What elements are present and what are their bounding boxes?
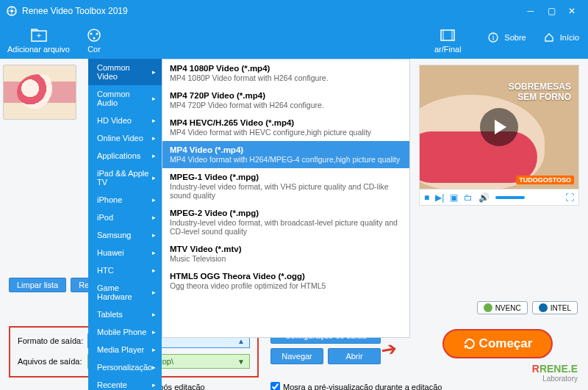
category-item[interactable]: Huawei▸ xyxy=(88,244,162,261)
palette-icon xyxy=(86,27,102,43)
format-item[interactable]: MP4 1080P Video (*.mp4)MP4 1080P Video f… xyxy=(162,59,409,87)
home-label: Início xyxy=(560,33,579,42)
category-item[interactable]: Samsung▸ xyxy=(88,226,162,244)
apr-final-label: ar/Final xyxy=(434,45,462,54)
minimize-button[interactable]: ─ xyxy=(520,4,541,18)
format-item[interactable]: HTML5 OGG Theora Video (*.ogg)Ogg theora… xyxy=(162,267,409,295)
svg-point-8 xyxy=(88,29,100,41)
volume-icon[interactable]: 🔊 xyxy=(478,192,490,203)
add-file-label: Adicionar arquivo xyxy=(7,45,70,54)
refresh-icon xyxy=(463,337,476,350)
category-item[interactable]: Game Hardware▸ xyxy=(88,279,162,306)
film-icon xyxy=(440,27,456,43)
arrow-annotation-icon: ➔ xyxy=(379,336,398,361)
svg-point-9 xyxy=(90,33,93,35)
category-item[interactable]: iPod▸ xyxy=(88,209,162,226)
about-button[interactable]: i Sobre xyxy=(485,29,526,46)
apr-final-button[interactable]: ar/Final xyxy=(434,27,462,54)
category-item[interactable]: iPad && Apple TV▸ xyxy=(88,165,162,191)
category-item[interactable]: HD Video▸ xyxy=(88,112,162,129)
preview-controls: ■ ▶| ▣ 🗀 🔊 ⛶ xyxy=(419,189,579,206)
app-title: Renee Video Toolbox 2019 xyxy=(22,6,128,16)
add-file-icon: + xyxy=(31,27,47,43)
add-file-button[interactable]: + Adicionar arquivo xyxy=(7,27,70,54)
open-folder-icon[interactable]: 🗀 xyxy=(464,192,473,203)
preview-video[interactable]: SOBREMESASSEM FORNO TUDOGOSTOSO xyxy=(419,65,579,189)
maximize-button[interactable]: ▢ xyxy=(541,4,562,18)
home-button[interactable]: Início xyxy=(541,29,579,46)
volume-slider[interactable] xyxy=(495,196,525,199)
format-item[interactable]: MPEG-2 Video (*.mpg)Industry-level video… xyxy=(162,204,409,240)
output-format-label: Formato de saída: xyxy=(18,336,87,345)
show-preview-checkbox[interactable] xyxy=(270,382,280,390)
titlebar: Renee Video Toolbox 2019 ─ ▢ ✕ xyxy=(0,0,588,22)
open-button[interactable]: Abrir xyxy=(328,348,381,364)
next-icon[interactable]: ▶| xyxy=(435,192,444,203)
category-item[interactable]: Applications▸ xyxy=(88,147,162,165)
chevron-down-icon: ▼ xyxy=(237,358,245,366)
fullscreen-icon[interactable]: ⛶ xyxy=(565,192,574,203)
format-list[interactable]: MP4 1080P Video (*.mp4)MP4 1080P Video f… xyxy=(162,59,410,338)
category-item[interactable]: Recente▸ xyxy=(88,376,162,390)
format-item[interactable]: MP4 720P Video (*.mp4)MP4 720P Video for… xyxy=(162,87,409,114)
format-item[interactable]: MP4 HEVC/H.265 Video (*.mp4)MP4 Video fo… xyxy=(162,114,409,141)
color-label: Cor xyxy=(87,45,101,54)
svg-point-10 xyxy=(96,33,98,35)
clear-list-button[interactable]: Limpar lista xyxy=(9,278,66,292)
close-button[interactable]: ✕ xyxy=(562,4,582,18)
start-button[interactable]: Começar xyxy=(442,329,553,358)
category-item[interactable]: Common Video▸ xyxy=(88,59,162,85)
format-category-menu: Common Video▸Common Audio▸HD Video▸Onlin… xyxy=(88,59,162,390)
nvenc-badge: NVENC xyxy=(477,301,528,314)
category-item[interactable]: Online Video▸ xyxy=(88,129,162,147)
app-logo-icon xyxy=(6,5,18,17)
format-item[interactable]: MPEG-1 Video (*.mpg)Industry-level video… xyxy=(162,168,409,204)
stop-icon[interactable]: ■ xyxy=(424,192,429,203)
snapshot-icon[interactable]: ▣ xyxy=(450,192,458,203)
category-item[interactable]: Mobile Phone▸ xyxy=(88,323,162,341)
main-toolbar: + Adicionar arquivo Cor ar/Final i Sobre… xyxy=(0,22,588,59)
svg-point-11 xyxy=(93,37,96,40)
preview-panel: SOBREMESASSEM FORNO TUDOGOSTOSO ■ ▶| ▣ 🗀… xyxy=(419,65,579,206)
svg-text:i: i xyxy=(492,34,494,42)
preview-overlay-text: SOBREMESASSEM FORNO xyxy=(509,82,571,102)
category-item[interactable]: Common Audio▸ xyxy=(88,85,162,112)
svg-point-1 xyxy=(10,10,13,12)
intel-badge: INTEL xyxy=(532,301,578,314)
preview-watermark: TUDOGOSTOSO xyxy=(516,176,574,184)
show-preview-row[interactable]: Mosra a pré-visualização durante a edita… xyxy=(270,382,442,390)
category-item[interactable]: HTC▸ xyxy=(88,261,162,279)
info-icon: i xyxy=(485,29,501,46)
format-item[interactable]: MTV Video (*.mtv)Music Television xyxy=(162,240,409,267)
video-thumbnail[interactable] xyxy=(3,65,76,120)
home-icon xyxy=(541,29,557,46)
category-item[interactable]: iPhone▸ xyxy=(88,191,162,209)
category-item[interactable]: Personalização▸ xyxy=(88,358,162,376)
category-item[interactable]: Tablets▸ xyxy=(88,306,162,323)
play-button[interactable] xyxy=(480,108,518,146)
svg-text:+: + xyxy=(36,31,40,40)
brand-logo: RRENE.E Laboratory xyxy=(532,363,578,383)
color-button[interactable]: Cor xyxy=(86,27,102,54)
chevron-up-icon: ▲ xyxy=(237,337,245,345)
category-item[interactable]: Media Player▸ xyxy=(88,341,162,358)
format-item[interactable]: MP4 Video (*.mp4)MP4 Video format with H… xyxy=(162,141,409,168)
output-path-label: Aquivos de saída: xyxy=(18,357,87,366)
browse-button[interactable]: Navegar xyxy=(270,348,323,364)
about-label: Sobre xyxy=(504,33,526,42)
